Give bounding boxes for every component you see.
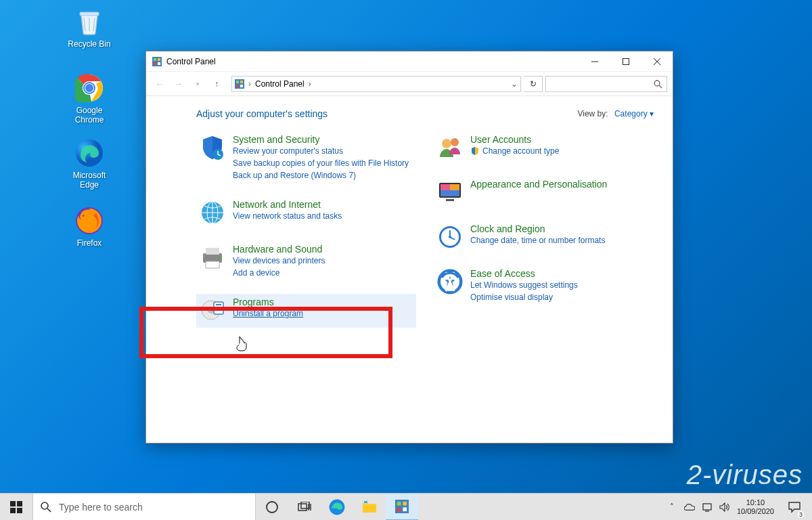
network-link[interactable]: Network and Internet (233, 199, 321, 210)
svg-rect-61 (364, 501, 367, 503)
svg-rect-27 (206, 248, 219, 255)
svg-rect-11 (158, 62, 160, 65)
clock-icon (436, 223, 464, 251)
suggest-settings-link[interactable]: Let Windows suggest settings (470, 279, 578, 291)
file-history-link[interactable]: Save backup copies of your files with Fi… (233, 157, 409, 169)
maximize-button[interactable] (610, 51, 641, 72)
search-placeholder: Type here to search (59, 502, 143, 513)
titlebar[interactable]: Control Panel (146, 51, 673, 72)
chrome-label: Google Chrome (64, 106, 115, 125)
control-panel-window: Control Panel ← → ▾ ↑ › Control Panel › … (145, 51, 673, 443)
svg-point-36 (451, 138, 459, 146)
svg-rect-55 (298, 504, 307, 511)
notif-badge: 3 (798, 511, 804, 518)
viewby-label: View by: (577, 109, 608, 118)
hardware-link[interactable]: Hardware and Sound (233, 244, 322, 255)
tray-clock[interactable]: 10:10 10/09/2020 (737, 498, 774, 515)
category-clock-region: Clock and Region Change date, time or nu… (434, 221, 654, 255)
clock-region-link[interactable]: Clock and Region (470, 223, 545, 234)
uac-shield-icon (470, 146, 480, 156)
left-column: System and Security Review your computer… (196, 131, 416, 339)
chrome-icon[interactable]: Google Chrome (64, 72, 115, 125)
category-ease-of-access: Ease of Access Let Windows suggest setti… (434, 265, 654, 307)
globe-icon (199, 199, 226, 226)
svg-rect-48 (10, 501, 16, 506)
svg-line-22 (659, 85, 662, 88)
start-button[interactable] (0, 494, 32, 521)
review-status-link[interactable]: Review your computer's status (233, 145, 409, 157)
change-date-formats-link[interactable]: Change date, time or number formats (470, 234, 605, 246)
svg-rect-20 (240, 85, 243, 87)
monitor-icon (436, 179, 464, 206)
recycle-bin-icon[interactable]: Recycle Bin (64, 5, 115, 49)
up-button[interactable]: ↑ (208, 76, 225, 92)
search-input[interactable] (545, 76, 667, 92)
tray-chevron-up-icon[interactable]: ˄ (667, 502, 677, 513)
edge-icon[interactable]: Microsoft Edge (64, 137, 115, 190)
chevron-right-icon[interactable]: › (248, 79, 251, 89)
system-security-link[interactable]: System and Security (233, 134, 319, 145)
category-network: Network and Internet View network status… (196, 196, 416, 230)
svg-rect-63 (397, 501, 401, 505)
category-user-accounts: User Accounts Change account type (434, 131, 654, 165)
back-button[interactable]: ← (152, 76, 168, 92)
ease-of-access-link[interactable]: Ease of Access (470, 268, 535, 279)
svg-line-53 (47, 508, 51, 512)
taskbar-control-panel-icon[interactable] (386, 494, 418, 521)
uninstall-program-link[interactable]: Uninstall a program (233, 307, 303, 320)
tray-date: 10/09/2020 (737, 507, 774, 515)
svg-point-54 (267, 502, 277, 513)
forward-button[interactable]: → (171, 76, 187, 92)
action-center-button[interactable]: 3 (781, 494, 808, 521)
add-device-link[interactable]: Add a device (233, 267, 325, 279)
svg-rect-9 (158, 58, 160, 61)
network-tray-icon[interactable] (702, 502, 713, 513)
address-bar[interactable]: › Control Panel › ⌄ (231, 76, 521, 92)
view-by: View by: Category ▾ (577, 109, 654, 118)
breadcrumb[interactable]: Control Panel (255, 79, 304, 89)
svg-rect-65 (397, 507, 401, 511)
change-account-type-link[interactable]: Change account type (482, 145, 559, 157)
search-icon (40, 501, 52, 513)
svg-rect-66 (403, 507, 407, 511)
svg-rect-34 (216, 307, 221, 308)
svg-point-52 (41, 502, 48, 509)
viewby-dropdown[interactable]: Category ▾ (614, 109, 654, 118)
firefox-label: Firefox (64, 238, 115, 248)
minimize-button[interactable] (579, 51, 610, 72)
svg-point-21 (654, 81, 660, 86)
users-icon (436, 134, 464, 161)
optimise-display-link[interactable]: Optimise visual display (470, 291, 578, 303)
close-button[interactable] (641, 51, 673, 72)
volume-icon[interactable] (719, 502, 730, 513)
user-accounts-link[interactable]: User Accounts (470, 134, 531, 145)
svg-rect-50 (10, 508, 16, 513)
taskbar-edge-icon[interactable] (321, 494, 353, 521)
content-area: Adjust your computer's settings View by:… (146, 96, 673, 345)
firefox-icon[interactable]: Firefox (64, 204, 115, 248)
address-dropdown-icon[interactable]: ⌄ (511, 79, 518, 89)
category-system-security: System and Security Review your computer… (196, 131, 416, 186)
taskbar-search[interactable]: Type here to search (32, 494, 256, 521)
taskbar-explorer-icon[interactable] (353, 494, 386, 521)
programs-link[interactable]: Programs (233, 297, 274, 307)
recycle-bin-label: Recycle Bin (64, 39, 115, 49)
svg-point-35 (442, 139, 451, 148)
control-panel-icon (152, 56, 162, 67)
network-status-link[interactable]: View network status and tasks (233, 210, 342, 222)
cortana-button[interactable] (256, 494, 288, 521)
chevron-right-icon[interactable]: › (309, 79, 311, 89)
appearance-link[interactable]: Appearance and Personalisation (470, 179, 607, 190)
programs-icon (199, 297, 226, 324)
svg-point-4 (85, 84, 93, 92)
backup-restore-link[interactable]: Back up and Restore (Windows 7) (233, 169, 409, 181)
devices-printers-link[interactable]: View devices and printers (233, 255, 325, 267)
svg-rect-13 (623, 58, 629, 64)
task-view-button[interactable] (288, 494, 321, 521)
recent-dropdown[interactable]: ▾ (189, 76, 206, 92)
tray-time: 10:10 (737, 498, 774, 506)
svg-rect-60 (363, 504, 376, 513)
refresh-button[interactable]: ↻ (524, 76, 543, 92)
onedrive-icon[interactable] (684, 502, 695, 513)
edge-label: Microsoft Edge (64, 171, 115, 190)
